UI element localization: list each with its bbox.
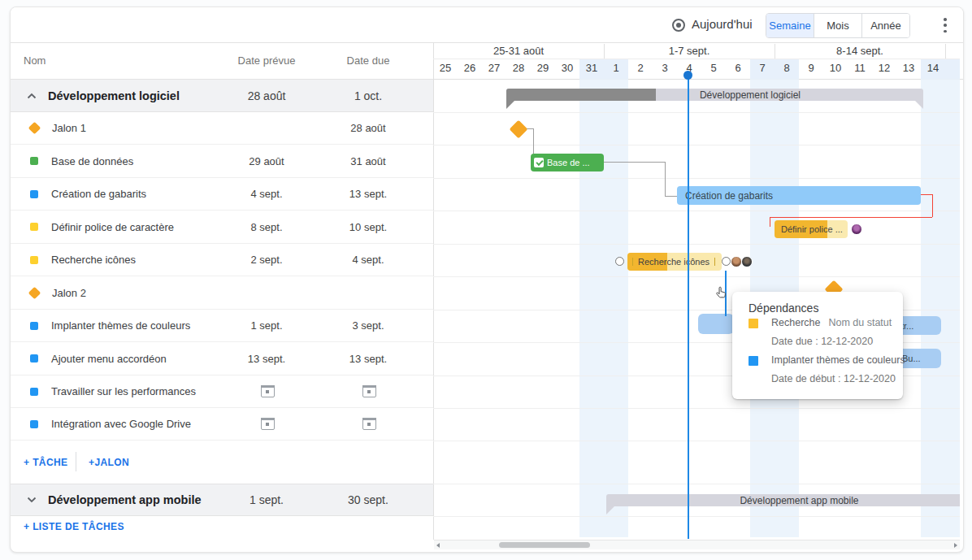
day-cell[interactable]: 25	[433, 62, 458, 79]
planned-date-cell[interactable]: 8 sept.	[226, 221, 307, 233]
expand-chevron-down-icon[interactable]	[27, 497, 37, 503]
table-row-travailler-performances[interactable]: Travailler sur les performances	[11, 376, 433, 408]
due-date-cell[interactable]: 30 sept.	[328, 493, 409, 506]
table-row-ajouter-menu[interactable]: Ajouter menu accordéon 13 sept. 13 sept.	[11, 342, 433, 376]
day-cell[interactable]: 30	[555, 62, 579, 79]
due-date-cell[interactable]: 31 août	[328, 155, 409, 167]
calendar-icon[interactable]	[261, 385, 275, 397]
day-cell[interactable]: 31	[579, 62, 604, 79]
table-row-integration-drive[interactable]: Intégration avec Google Drive	[11, 408, 433, 441]
gantt-bar-implanter-fragment[interactable]	[698, 314, 734, 334]
day-cell[interactable]: 28	[506, 62, 531, 79]
table-row-implanter-themes[interactable]: Implanter thèmes de couleurs 1 sept. 3 s…	[11, 310, 433, 342]
tooltip-date-label: Date due :	[771, 336, 818, 347]
milestone-icon	[28, 122, 41, 135]
table-row-group-logiciel[interactable]: Développement logiciel 28 août 1 oct.	[11, 79, 433, 112]
checkbox-checked-icon[interactable]	[534, 158, 544, 167]
add-task-button[interactable]: + TÂCHE	[24, 457, 67, 468]
today-target-icon[interactable]	[672, 19, 685, 32]
planned-date-cell[interactable]: 4 sept.	[226, 188, 307, 200]
gantt-bar-definir-police[interactable]: Définir police ...	[775, 220, 848, 238]
day-cell[interactable]: 12	[872, 62, 896, 79]
assignee-avatar[interactable]	[731, 256, 742, 267]
assignee-avatar[interactable]	[741, 256, 753, 267]
day-cell[interactable]: 26	[458, 62, 482, 79]
table-row-jalon2[interactable]: Jalon 2	[11, 276, 433, 310]
tooltip-date-value: 12-12-2020	[821, 336, 873, 347]
gantt-bar-fragment-tr[interactable]: tr...	[896, 316, 941, 335]
dependency-connector	[665, 196, 677, 197]
due-date-cell[interactable]: 28 août	[328, 122, 409, 134]
day-cell[interactable]: 29	[531, 62, 555, 79]
due-date-cell[interactable]: 3 sept.	[328, 319, 409, 332]
more-options-icon[interactable]	[939, 18, 952, 33]
day-cell[interactable]: 9	[799, 62, 823, 79]
assignee-avatar[interactable]	[851, 224, 862, 235]
table-row-creation-gabarits[interactable]: Création de gabarits 4 sept. 13 sept.	[11, 178, 433, 211]
planned-date-cell[interactable]: 1 sept.	[226, 319, 307, 332]
table-row-group-app-mobile[interactable]: Développement app mobile 1 sept. 30 sept…	[11, 484, 433, 516]
scroll-left-arrow-icon[interactable]	[436, 543, 440, 548]
day-cell[interactable]: 14	[921, 62, 945, 79]
day-cell[interactable]: 2	[628, 62, 653, 79]
scroll-right-arrow-icon[interactable]	[954, 543, 957, 548]
planned-date-cell[interactable]: 1 sept.	[226, 493, 307, 506]
task-name: Base de données	[51, 155, 133, 167]
row-divider	[433, 178, 960, 179]
day-cell[interactable]: 8	[775, 62, 799, 79]
gantt-bar-base-de-donnees[interactable]: Base de ...	[531, 154, 604, 171]
task-name: Recherche icônes	[51, 254, 136, 266]
dependency-handle[interactable]	[615, 257, 624, 266]
calendar-icon[interactable]	[362, 385, 376, 397]
due-date-cell[interactable]: 1 oct.	[328, 89, 409, 102]
calendar-icon[interactable]	[261, 418, 275, 430]
day-cell[interactable]: 27	[482, 62, 506, 79]
collapse-chevron-up-icon[interactable]	[27, 93, 37, 99]
due-date-cell[interactable]: 4 sept.	[328, 254, 409, 266]
day-cell[interactable]: 11	[848, 62, 872, 79]
view-week-button[interactable]: Semaine	[766, 14, 814, 37]
due-date-cell[interactable]: 13 sept.	[328, 353, 409, 365]
planned-date-cell[interactable]: 29 août	[226, 155, 307, 167]
task-name: Intégration avec Google Drive	[51, 418, 191, 430]
gantt-bar-creation-gabarits[interactable]: Création de gabarits	[677, 186, 921, 205]
planned-date-cell[interactable]: 2 sept.	[226, 254, 307, 266]
add-milestone-button[interactable]: +JALON	[89, 457, 129, 468]
calendar-icon[interactable]	[362, 418, 376, 430]
day-cell[interactable]: 10	[823, 62, 848, 79]
day-cell[interactable]: 6	[726, 62, 750, 79]
day-cell[interactable]: 1	[604, 62, 628, 79]
column-header-name: Nom	[24, 54, 46, 67]
add-tasklist-button[interactable]: + LISTE DE TÂCHES	[24, 521, 124, 532]
day-cell[interactable]: 3	[653, 62, 677, 79]
day-cell[interactable]: 13	[896, 62, 921, 79]
planned-date-cell[interactable]: 28 août	[226, 89, 307, 102]
table-row-definir-police[interactable]: Définir police de caractère 8 sept. 10 s…	[11, 211, 433, 244]
table-row-jalon1[interactable]: Jalon 1 28 août	[11, 112, 433, 145]
table-row-recherche-icones[interactable]: Recherche icônes 2 sept. 4 sept.	[11, 244, 433, 276]
row-divider	[433, 408, 960, 409]
resize-grip[interactable]	[714, 258, 715, 266]
bar-label: Recherche icônes	[638, 257, 709, 267]
gantt-bar-recherche-icones[interactable]: Recherche icônes	[627, 253, 722, 271]
gantt-milestone-jalon1[interactable]	[510, 120, 528, 139]
day-cell[interactable]: 5	[701, 62, 726, 79]
horizontal-scrollbar[interactable]	[434, 540, 960, 549]
due-date-cell[interactable]: 13 sept.	[328, 188, 409, 200]
planned-date-cell[interactable]: 13 sept.	[226, 353, 307, 365]
today-button[interactable]: Aujourd'hui	[692, 17, 753, 31]
dependency-handle[interactable]	[722, 257, 731, 266]
row-divider	[433, 516, 960, 517]
bar-label: Définir police ...	[781, 224, 843, 234]
task-name: Implanter thèmes de couleurs	[51, 319, 190, 332]
day-cell[interactable]: 7	[750, 62, 775, 79]
table-row-base-de-donnees[interactable]: Base de données 29 août 31 août	[11, 145, 433, 178]
gantt-chart: 25-31 août 1-7 sept. 8-14 sept. 25 26 27…	[433, 42, 960, 548]
due-date-cell[interactable]: 10 sept.	[328, 221, 409, 233]
task-name: Jalon 1	[52, 122, 86, 134]
view-year-button[interactable]: Année	[861, 14, 909, 37]
scrollbar-thumb[interactable]	[499, 542, 590, 548]
resize-grip[interactable]	[632, 258, 633, 266]
weekend-band	[579, 79, 628, 537]
view-month-button[interactable]: Mois	[814, 14, 861, 37]
